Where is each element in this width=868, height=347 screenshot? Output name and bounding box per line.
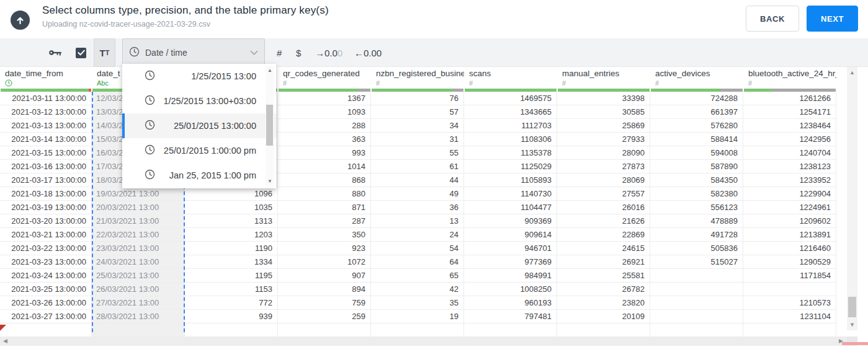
table-cell <box>650 283 743 296</box>
column-header-manual_entries[interactable]: manual_entries# <box>557 67 650 92</box>
table-cell: 505836 <box>650 242 743 255</box>
table-cell: 1469575 <box>464 92 557 105</box>
table-cell: 871 <box>278 201 371 214</box>
table-cell: 1229904 <box>743 187 836 201</box>
table-cell: 44 <box>371 174 464 187</box>
table-cell: 2021-03-27 13:00:00 <box>0 310 92 323</box>
table-cell: 27/03/2021 13:00 <box>92 296 185 310</box>
column-name: qr_codes_generated <box>283 69 371 78</box>
decimal-increase-button[interactable]: ←0.00 <box>354 38 382 67</box>
number-type-button[interactable]: # <box>277 38 282 67</box>
table-cell: 1093 <box>278 105 371 119</box>
column-quality-bar <box>372 89 463 92</box>
number-type-icon: # <box>655 79 743 87</box>
table-cell: 661397 <box>650 105 743 119</box>
table-row-partial <box>0 323 836 332</box>
table-cell: 515027 <box>650 255 743 269</box>
table-cell <box>185 323 278 337</box>
table-cell: 1261266 <box>743 92 836 105</box>
table-cell: 797481 <box>464 310 557 323</box>
scroll-left-arrow[interactable]: ◀ <box>3 337 7 345</box>
dropdown-item[interactable]: Jan 25, 2015 1:00 pm <box>122 163 276 188</box>
table-cell: 1153 <box>185 283 278 296</box>
dropdown-scroll-down-arrow[interactable]: ▼ <box>266 178 274 185</box>
table-cell: 556123 <box>650 201 743 214</box>
table-cell: 1108306 <box>464 133 557 146</box>
table-cell: 19/03/2021 13:00 <box>92 187 185 201</box>
decimal-decrease-button[interactable]: →0.00 <box>315 38 342 67</box>
table-cell: 13 <box>371 214 464 228</box>
table-cell: 28069 <box>557 174 650 187</box>
back-button[interactable]: BACK <box>746 6 799 32</box>
primary-key-icon[interactable] <box>48 38 63 67</box>
table-cell: 2021-03-14 13:00:00 <box>0 133 92 146</box>
type-format-select[interactable]: Date / time <box>122 38 265 67</box>
page-subtitle: Uploading nz-covid-tracer-usage-2021-03-… <box>42 20 329 29</box>
include-column-checkbox[interactable] <box>76 38 86 67</box>
dropdown-item[interactable]: 1/25/2015 13:00 <box>122 64 276 89</box>
column-header-bluetooth_active_24_hr_[interactable]: bluetooth_active_24_hr_# <box>743 67 836 92</box>
dropdown-scroll-thumb[interactable] <box>266 105 273 146</box>
column-header-nzbn_registered_busine[interactable]: nzbn_registered_busine# <box>371 67 464 92</box>
table-cell <box>92 323 185 337</box>
table-cell: 939 <box>185 310 278 323</box>
table-row: 2021-03-23 13:00:0024/03/2021 13:0013341… <box>0 255 836 269</box>
currency-type-button[interactable]: $ <box>296 38 301 67</box>
table-cell <box>557 323 650 337</box>
column-header-active_devices[interactable]: active_devices# <box>650 67 743 92</box>
number-type-icon: # <box>283 79 371 87</box>
dropdown-item-label: 1/25/2015 13:00 <box>191 71 256 81</box>
dropdown-scrollbar[interactable]: ▲ ▼ <box>266 66 274 186</box>
vertical-scroll-thumb[interactable] <box>848 297 856 317</box>
table-row: 2021-03-25 13:00:0026/03/2021 13:0011538… <box>0 283 836 296</box>
dropdown-item[interactable]: 25/01/2015 13:00:00 <box>122 113 276 138</box>
table-cell: 1072 <box>278 255 371 269</box>
decimal-decrease-faded: 0 <box>338 48 342 58</box>
table-cell: 1242956 <box>743 133 836 146</box>
next-button[interactable]: NEXT <box>807 6 858 32</box>
text-type-button[interactable]: TT <box>94 38 115 67</box>
table-cell: 2021-03-13 13:00:00 <box>0 119 92 133</box>
table-cell: 2021-03-26 13:00:00 <box>0 296 92 310</box>
clock-icon <box>145 95 155 107</box>
table-row: 2021-03-22 13:00:0023/03/2021 13:0011909… <box>0 242 836 255</box>
column-header-qr_codes_generated[interactable]: qr_codes_generated# <box>278 67 371 92</box>
table-cell <box>650 310 743 323</box>
table-cell: 772 <box>185 296 278 310</box>
table-cell: 2021-03-24 13:00:00 <box>0 269 92 283</box>
table-cell: 35 <box>371 296 464 310</box>
table-cell: 576280 <box>650 119 743 133</box>
column-header-date_time_from[interactable]: date_time_from <box>0 67 92 92</box>
table-cell: 587890 <box>650 160 743 174</box>
scroll-down-arrow[interactable]: ▼ <box>847 321 857 328</box>
table-cell: 57 <box>371 105 464 119</box>
dropdown-item[interactable]: 25/01/2015 1:00:00 pm <box>122 138 276 163</box>
decimal-decrease-label: →0.0 <box>315 48 338 58</box>
table-cell: 2021-03-25 13:00:00 <box>0 283 92 296</box>
vertical-scrollbar[interactable]: ▲ ▼ <box>847 67 857 330</box>
scroll-up-arrow[interactable]: ▲ <box>847 69 857 76</box>
table-cell: 946701 <box>464 242 557 255</box>
table-cell: 287 <box>278 214 371 228</box>
horizontal-scrollbar[interactable]: ◀ ▶ <box>0 336 847 346</box>
table-cell: 1203 <box>185 228 278 242</box>
table-cell: 1231104 <box>743 310 836 323</box>
column-header-scans[interactable]: scans# <box>464 67 557 92</box>
table-cell: 1096 <box>185 187 278 201</box>
dropdown-item[interactable]: 1/25/2015 13:00+03:00 <box>122 89 276 113</box>
table-cell: 1190 <box>185 242 278 255</box>
table-cell: 23/03/2021 13:00 <box>92 242 185 255</box>
dropdown-scroll-up-arrow[interactable]: ▲ <box>266 68 274 74</box>
table-cell: 21/03/2021 13:00 <box>92 214 185 228</box>
table-cell: 909614 <box>464 228 557 242</box>
table-cell: 25581 <box>557 269 650 283</box>
table-cell: 55 <box>371 146 464 160</box>
table-cell: 2021-03-18 13:00:00 <box>0 187 92 201</box>
checkbox-checked[interactable] <box>76 48 86 58</box>
table-cell: 1367 <box>278 92 371 105</box>
number-type-icon: # <box>748 79 836 87</box>
table-cell: 907 <box>278 269 371 283</box>
table-cell: 759 <box>278 296 371 310</box>
table-cell: 2021-03-11 13:00:00 <box>0 92 92 105</box>
table-cell: 36 <box>371 201 464 214</box>
